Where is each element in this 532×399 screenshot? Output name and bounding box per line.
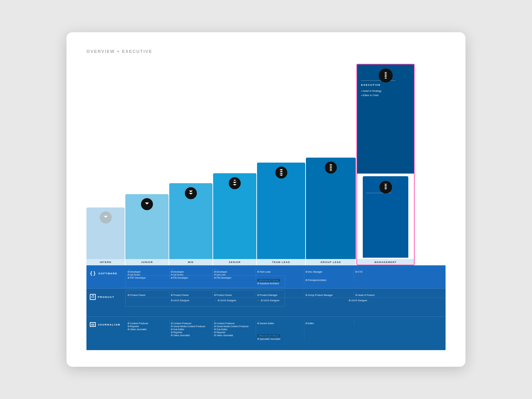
exec-role-1: • Head of Strategy [361,89,381,92]
senior-icon [229,177,241,189]
software-dept-label: {} SOFTWARE [86,268,126,279]
specialist-role-badge-j: SPECIALIST ROLE [257,334,280,337]
journalism-teamlead: → Section Editor SPECIALIST ROLE Special… [256,320,304,340]
main-card: OVERVIEW + EXECUTIVE INTERN [66,32,466,367]
journalism-row: JOURNALISM → Content Producer Reporter V… [86,317,446,350]
col-intern: INTERN [86,207,125,265]
chart-wrapper: INTERN JUNIOR [86,64,446,350]
col-grouplead: GROUP LEAD [306,158,356,265]
junior-icon [141,198,153,210]
bar-teamlead [257,163,305,259]
product-mgmt: → Head of Product [354,291,412,296]
intern-icon [100,211,112,223]
mid-label: MID [169,259,212,265]
bottom-section: {} SOFTWARE → Developer QA Tester F/E* D… [86,265,446,350]
grouplead-label: GROUP LEAD [306,259,356,265]
software-specialist-box [125,275,285,288]
bar-intern [86,207,125,259]
mgmt-icon [379,181,392,194]
junior-label: JUNIOR [125,259,169,265]
mgmt-col: EXECUTIVE • Head of Strategy • Editor In… [356,64,415,265]
software-icon: {} [90,271,96,276]
mid-icon [185,187,197,199]
page-title: OVERVIEW + EXECUTIVE [86,49,446,54]
mgmt-label: MANAGEMENT [356,259,415,265]
col-senior: SENIOR [213,173,256,265]
journalism-roles-row: → Content Producer Reporter Video Journa… [126,320,446,340]
bars-row: INTERN JUNIOR [86,64,446,265]
product-dept-label: PRODUCT [86,291,126,303]
journalism-junior: → Content Producer Reporter Video Journa… [126,320,170,331]
bar-mid [169,183,212,259]
journalism-icon [90,322,96,327]
exec-role-2: • Editor In Chief [361,94,378,97]
col-junior: JUNIOR [125,194,169,265]
product-row: PRODUCT → Product Owner → Product Owner [86,289,446,317]
product-grouplead: → Group Product Manager [304,291,354,296]
exec-icon [379,68,393,82]
software-row: {} SOFTWARE → Developer QA Tester F/E* D… [86,265,446,289]
sw-j-1: Developer [130,271,141,273]
bar-junior [125,194,169,259]
exec-roles: • Head of Strategy • Editor In Chief [361,89,410,98]
journalism-senior: → Content Producer Social Media Content … [213,320,256,336]
bar-senior [213,173,256,259]
exec-box: EXECUTIVE • Head of Strategy • Editor In… [356,64,415,174]
bar-grouplead [306,158,356,259]
mgmt-box [363,176,408,258]
teamlead-label: TEAM LEAD [257,259,305,265]
product-icon [90,294,96,300]
exec-title: EXECUTIVE [361,83,410,86]
software-mgmt: → CTO [354,268,412,273]
col-mid: MID [169,183,212,265]
product-dashed-box [125,290,285,307]
software-grouplead: → Dev. Manager Principal Architect [304,268,354,281]
teamlead-icon [275,167,287,179]
journalism-mid: → Content Producer Social Media Content … [170,320,213,336]
col-teamlead: TEAM LEAD [257,163,305,265]
senior-label: SENIOR [213,259,256,265]
grouplead-icon [325,162,337,174]
journalism-dept-label: JOURNALISM [86,320,126,330]
journalism-grouplead: → Editor [304,320,354,325]
intern-label: INTERN [86,259,125,265]
